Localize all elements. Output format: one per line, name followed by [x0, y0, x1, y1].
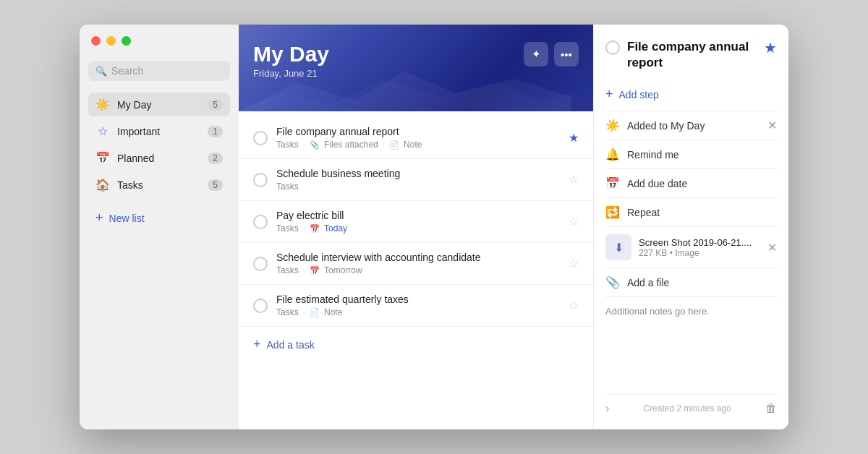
task-complete-circle[interactable] [253, 173, 268, 187]
task-item-pay-electric[interactable]: Pay electric bill Tasks · 📅 Today ☆ [239, 201, 593, 243]
detail-task-title: File company annual report [627, 39, 764, 71]
task-list-name: Tasks [276, 140, 299, 150]
calendar-icon: 📅 [310, 224, 320, 234]
search-icon: 🔍 [95, 66, 107, 77]
detail-header: File company annual report ★ [605, 39, 777, 71]
plus-icon: + [605, 87, 613, 102]
note-icon: 📄 [310, 308, 320, 317]
task-star[interactable]: ☆ [569, 215, 579, 228]
plus-icon: + [95, 210, 103, 226]
titlebar [91, 36, 131, 46]
note-icon: 📄 [389, 140, 399, 150]
repeat-icon: 🔁 [605, 205, 620, 219]
task-content: File estimated quarterly taxes Tasks · 📄… [276, 294, 560, 317]
sidebar-item-count: 5 [208, 99, 223, 111]
search-input: Search [111, 65, 143, 77]
task-list: File company annual report Tasks · 📎 Fil… [239, 111, 593, 429]
calendar-icon: 📅 [95, 151, 110, 165]
attachment-icon: 📎 [310, 140, 320, 150]
task-star[interactable]: ☆ [569, 173, 579, 187]
task-item-schedule-interview[interactable]: Schedule interview with accounting candi… [239, 243, 593, 285]
detail-panel: File company annual report ★ + Add step … [593, 25, 788, 429]
task-list-name: Tasks [276, 181, 299, 192]
minimize-button[interactable] [106, 36, 116, 46]
paperclip-icon: 📎 [605, 275, 620, 289]
task-meta: Tasks · 📄 Note [276, 307, 560, 317]
task-due: Today [324, 223, 347, 234]
sidebar-item-count: 2 [208, 153, 223, 164]
task-complete-circle[interactable] [253, 299, 268, 313]
task-content: Schedule business meeting Tasks [276, 168, 560, 192]
added-to-my-day-section[interactable]: ☀️ Added to My Day ✕ [605, 111, 777, 140]
task-meta-files: Files attached [324, 140, 378, 150]
sidebar-item-my-day[interactable]: ☀️ My Day 5 [88, 93, 230, 116]
calendar-icon: 📅 [605, 176, 620, 190]
new-list-label: New list [109, 213, 145, 224]
add-due-date-section[interactable]: 📅 Add due date [605, 169, 777, 198]
task-content: Pay electric bill Tasks · 📅 Today [276, 210, 560, 234]
sidebar-item-label: Tasks [117, 179, 200, 191]
remind-me-section[interactable]: 🔔 Remind me [605, 140, 777, 169]
sidebar: 🔍 Search ☀️ My Day 5 ☆ Important 1 📅 Pla… [80, 25, 239, 429]
task-meta: Tasks · 📎 Files attached · 📄 Note [276, 140, 560, 150]
task-list-name: Tasks [276, 265, 299, 275]
task-content: Schedule interview with accounting candi… [276, 252, 560, 275]
task-item-file-company[interactable]: File company annual report Tasks · 📎 Fil… [239, 117, 593, 159]
search-bar[interactable]: 🔍 Search [88, 61, 230, 81]
remove-attachment-button[interactable]: ✕ [767, 241, 777, 254]
attachment-size: 227 KB • Image [639, 248, 760, 258]
task-meta-note: Note [404, 140, 422, 150]
task-meta: Tasks · 📅 Tomorrow [276, 265, 560, 275]
attachment-name: Screen Shot 2019-06-21.... [639, 237, 760, 248]
sidebar-item-count: 5 [208, 179, 223, 191]
detail-star[interactable]: ★ [764, 39, 777, 56]
created-timestamp: Created 2 minutes ago [609, 403, 765, 414]
brightness-button[interactable]: ✦ [524, 42, 548, 67]
sidebar-item-planned[interactable]: 📅 Planned 2 [88, 146, 230, 170]
attachment-section: ⬇ Screen Shot 2019-06-21.... 227 KB • Im… [605, 227, 777, 268]
task-complete-circle[interactable] [253, 131, 268, 145]
task-title: File company annual report [276, 126, 560, 137]
task-complete-circle[interactable] [253, 215, 268, 229]
sidebar-item-count: 1 [208, 126, 223, 137]
add-task-button[interactable]: + Add a task [239, 327, 593, 362]
remove-from-my-day-button[interactable]: ✕ [767, 119, 777, 132]
sidebar-item-tasks[interactable]: 🏠 Tasks 5 [88, 173, 230, 197]
repeat-label: Repeat [627, 207, 777, 218]
notes-area[interactable]: Additional notes go here. [605, 297, 777, 394]
add-file-button[interactable]: 📎 Add a file [605, 268, 777, 297]
attachment-thumbnail: ⬇ [605, 234, 631, 260]
task-complete-circle[interactable] [253, 257, 268, 271]
task-item-file-taxes[interactable]: File estimated quarterly taxes Tasks · 📄… [239, 285, 593, 327]
app-window: 🔍 Search ☀️ My Day 5 ☆ Important 1 📅 Pla… [80, 25, 788, 429]
task-star[interactable]: ☆ [569, 299, 579, 312]
main-header: My Day Friday, June 21 ✦ ••• [239, 25, 593, 111]
task-item-schedule-business[interactable]: Schedule business meeting Tasks ☆ [239, 159, 593, 201]
repeat-section[interactable]: 🔁 Repeat [605, 198, 777, 227]
task-title: Pay electric bill [276, 210, 560, 221]
add-step-label: Add step [619, 89, 659, 100]
detail-complete-circle[interactable] [605, 40, 620, 55]
sun-icon: ☀️ [95, 98, 110, 111]
task-meta: Tasks · 📅 Today [276, 223, 560, 234]
bell-icon: 🔔 [605, 147, 620, 161]
close-button[interactable] [91, 36, 101, 46]
task-meta: Tasks [276, 181, 560, 192]
added-to-my-day-label: Added to My Day [627, 120, 760, 132]
maximize-button[interactable] [122, 36, 131, 46]
task-title: Schedule interview with accounting candi… [276, 252, 560, 263]
detail-footer: › Created 2 minutes ago 🗑 [605, 394, 777, 415]
add-step-button[interactable]: + Add step [605, 82, 777, 111]
sidebar-item-important[interactable]: ☆ Important 1 [88, 119, 230, 143]
add-task-label: Add a task [267, 339, 315, 351]
task-list-name: Tasks [276, 223, 299, 234]
task-star[interactable]: ★ [569, 131, 579, 145]
more-options-button[interactable]: ••• [554, 42, 579, 67]
main-title: My Day [253, 42, 329, 67]
add-file-label: Add a file [627, 277, 669, 288]
task-star[interactable]: ☆ [569, 257, 579, 270]
new-list-button[interactable]: + New list [88, 205, 230, 231]
task-meta-note: Note [324, 307, 342, 317]
delete-task-button[interactable]: 🗑 [765, 402, 777, 415]
add-due-date-label: Add due date [627, 178, 777, 189]
